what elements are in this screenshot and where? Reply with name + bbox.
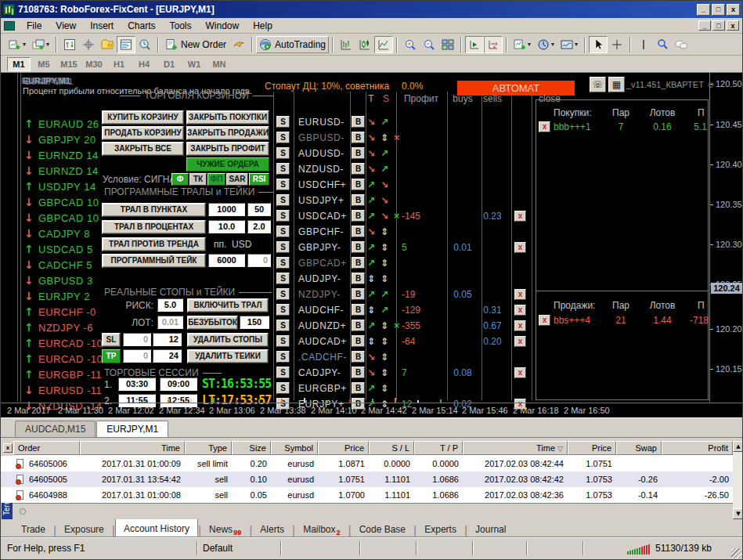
column-header-price[interactable]: Price [318, 441, 369, 455]
signal-sar-button[interactable]: SAR [226, 173, 248, 186]
buy-basket-button[interactable]: КУПИТЬ КОРЗИНУ [102, 110, 184, 125]
session-to-input[interactable]: 09:00 [160, 378, 197, 391]
new-order-button[interactable]: New Order [162, 36, 229, 53]
timeframe-MN[interactable]: MN [207, 57, 231, 71]
column-header-swap[interactable]: Swap [616, 441, 662, 455]
buy-symbol-button[interactable]: B [352, 132, 365, 143]
column-header-s-l[interactable]: S / L [369, 441, 414, 455]
sell-symbol-button[interactable]: S [276, 367, 290, 378]
column-header-price[interactable]: Price [568, 441, 616, 455]
sl-input-2[interactable]: 12 [153, 333, 182, 346]
chart-tab-eurjpy-m1[interactable]: EURJPY,M1 [96, 421, 168, 437]
column-header-symbol[interactable]: Symbol [271, 441, 318, 455]
scroll-up-icon[interactable]: ▲ [733, 441, 743, 452]
timeframe-M15[interactable]: M15 [57, 57, 81, 71]
scroll-down-icon[interactable]: ▼ [733, 508, 743, 519]
navigator-button[interactable] [98, 36, 117, 53]
sell-symbol-button[interactable]: S [276, 194, 290, 206]
close-position-button[interactable]: x [514, 336, 526, 347]
sell-symbol-button[interactable]: S [276, 179, 290, 190]
buy-symbol-button[interactable]: B [352, 273, 365, 284]
tp-input-2[interactable]: 24 [153, 349, 182, 363]
child-close-button[interactable]: x [727, 20, 739, 31]
child-restore-button[interactable]: □ [712, 20, 725, 31]
magnifier-button[interactable] [653, 36, 672, 53]
timeframe-W1[interactable]: W1 [182, 57, 206, 71]
column-header-type[interactable]: Type [185, 441, 232, 455]
crosshair-button[interactable] [608, 36, 626, 53]
column-header-time[interactable]: Time [80, 441, 185, 455]
buy-symbol-button[interactable]: B [352, 241, 365, 253]
column-header-size[interactable]: Size [232, 441, 271, 455]
tp-button[interactable]: TP [102, 349, 121, 363]
close-button[interactable]: x [727, 4, 740, 16]
dropdown-arrow-icon[interactable]: ▾ [551, 41, 554, 48]
tab-trade[interactable]: Trade [13, 522, 53, 537]
resize-grip[interactable] [731, 548, 741, 558]
session-from-input[interactable]: 03:30 [118, 378, 156, 391]
signal-rsi-button[interactable]: RSI [249, 173, 269, 186]
trail-percent-input-2[interactable]: 2.0 [247, 220, 271, 233]
close-position-button[interactable]: x [514, 242, 526, 253]
program-take-input-1[interactable]: 6000 [208, 254, 245, 267]
sell-symbol-button[interactable]: S [276, 335, 290, 347]
buy-symbol-button[interactable]: B [352, 179, 365, 190]
trail-counter-trend-button[interactable]: ТРАЛ ПРОТИВ ТРЕНДА [102, 237, 206, 251]
signal-f-button[interactable]: ТК [189, 173, 207, 186]
signal-f-button[interactable]: Ф [171, 173, 189, 186]
timeframe-H4[interactable]: H4 [132, 57, 156, 71]
dropdown-arrow-icon[interactable]: ▾ [528, 41, 531, 48]
sell-symbol-button[interactable]: S [276, 116, 290, 128]
signal-f-button[interactable]: ФП [207, 173, 225, 186]
buy-symbol-button[interactable]: B [352, 320, 365, 331]
trail-percent-button[interactable]: ТРАЛ В ПРОЦЕНТАХ [102, 220, 206, 234]
sell-symbol-button[interactable]: S [276, 351, 290, 363]
close-sells-button[interactable]: ЗАКРЫТЬ ПРОДАЖИ [186, 126, 269, 140]
sell-symbol-button[interactable]: S [276, 163, 290, 175]
delete-takes-button[interactable]: УДАЛИТЬ ТЕИКИ [187, 349, 269, 363]
tp-input-1[interactable]: 0 [123, 349, 151, 363]
column-header-profit[interactable]: Profit [662, 441, 733, 455]
sell-symbol-button[interactable]: S [276, 257, 290, 269]
cursor-button[interactable] [589, 36, 608, 53]
candlestick-button[interactable] [355, 36, 374, 53]
new-chart-button[interactable]: ▾ [5, 36, 29, 53]
close-all-button[interactable]: ЗАКРЫТЬ ВСЕ [102, 142, 184, 156]
sl-button[interactable]: SL [102, 333, 121, 347]
tab-exposure[interactable]: Exposure [56, 522, 112, 537]
buy-symbol-button[interactable]: B [352, 147, 365, 159]
sell-symbol-button[interactable]: S [276, 241, 290, 253]
chart-shift-button[interactable] [484, 36, 503, 53]
close-position-button[interactable]: x [514, 305, 526, 316]
sell-basket-button[interactable]: ПРОДАТЬ КОРЗИНУ [102, 126, 184, 140]
close-buys-button[interactable]: ЗАКРЫТЬ ПОКУПКИ [186, 110, 269, 125]
alien-orders-button[interactable]: ЧУЖИЕ ОРДЕРА [186, 157, 269, 172]
menu-charts[interactable]: Charts [121, 19, 162, 33]
timeframe-M5[interactable]: M5 [32, 57, 56, 71]
menu-view[interactable]: View [49, 19, 83, 33]
sell-symbol-button[interactable]: S [276, 273, 290, 284]
line-chart-button[interactable] [374, 36, 393, 53]
menu-help[interactable]: Help [246, 19, 280, 33]
data-window-button[interactable] [79, 36, 98, 53]
dropdown-arrow-icon[interactable]: ▾ [23, 41, 26, 48]
autotrading-button[interactable]: AutoTrading [256, 36, 329, 53]
dropdown-arrow-icon[interactable]: ▾ [46, 41, 49, 48]
auto-scroll-button[interactable] [465, 36, 484, 53]
buy-symbol-button[interactable]: B [352, 163, 365, 175]
timeframe-M1[interactable]: M1 [7, 57, 31, 71]
trail-percent-input-1[interactable]: 10.0 [208, 220, 245, 233]
scripts-button[interactable] [229, 36, 248, 53]
comments-button[interactable] [672, 36, 691, 53]
close-position-button[interactable]: x [514, 211, 526, 222]
buy-symbol-button[interactable]: B [352, 226, 365, 237]
program-take-button[interactable]: ПРОГРАММНЫЙ ТЕЙК [102, 254, 206, 268]
buy-symbol-button[interactable]: B [352, 194, 365, 206]
buy-symbol-button[interactable]: B [352, 304, 365, 316]
terminal-button[interactable] [117, 36, 135, 53]
trail-points-button[interactable]: ТРАЛ В ПУНКТАХ [102, 203, 206, 217]
tile-windows-button[interactable] [438, 36, 457, 53]
trail-points-input-1[interactable]: 1000 [208, 203, 245, 216]
program-take-input-2[interactable]: 0 [247, 254, 271, 267]
minimize-button[interactable]: _ [697, 4, 710, 16]
